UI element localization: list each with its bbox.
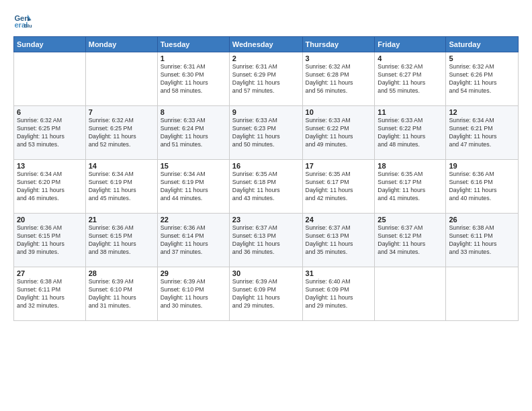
day-number: 14 — [89, 162, 154, 170]
day-number: 8 — [161, 108, 226, 116]
calendar-cell: 27Sunrise: 6:38 AM Sunset: 6:11 PM Dayli… — [14, 267, 86, 321]
calendar-cell: 12Sunrise: 6:34 AM Sunset: 6:21 PM Dayli… — [446, 106, 519, 160]
day-number: 6 — [17, 108, 83, 116]
day-info: Sunrise: 6:36 AM Sunset: 6:14 PM Dayligh… — [161, 224, 226, 257]
day-number: 20 — [17, 216, 83, 224]
day-number: 4 — [378, 54, 443, 62]
calendar-header-row: SundayMondayTuesdayWednesdayThursdayFrid… — [14, 37, 519, 52]
day-info: Sunrise: 6:35 AM Sunset: 6:17 PM Dayligh… — [306, 171, 372, 203]
day-info: Sunrise: 6:32 AM Sunset: 6:25 PM Dayligh… — [17, 117, 83, 149]
calendar-cell: 22Sunrise: 6:36 AM Sunset: 6:14 PM Dayli… — [157, 214, 229, 267]
calendar-cell: 23Sunrise: 6:37 AM Sunset: 6:13 PM Dayli… — [229, 214, 302, 267]
day-header-thursday: Thursday — [302, 37, 375, 52]
day-info: Sunrise: 6:37 AM Sunset: 6:13 PM Dayligh… — [232, 224, 300, 257]
calendar-cell: 19Sunrise: 6:36 AM Sunset: 6:16 PM Dayli… — [446, 160, 519, 214]
logo-icon: Gen eral Blue — [13, 11, 32, 30]
calendar-cell: 3Sunrise: 6:32 AM Sunset: 6:28 PM Daylig… — [302, 52, 375, 106]
calendar-cell: 2Sunrise: 6:31 AM Sunset: 6:29 PM Daylig… — [229, 52, 302, 106]
day-info: Sunrise: 6:32 AM Sunset: 6:26 PM Dayligh… — [449, 63, 515, 95]
day-number: 22 — [161, 216, 226, 224]
day-number: 2 — [232, 54, 300, 62]
day-info: Sunrise: 6:34 AM Sunset: 6:21 PM Dayligh… — [449, 117, 515, 149]
day-number: 26 — [449, 216, 515, 224]
day-info: Sunrise: 6:32 AM Sunset: 6:28 PM Dayligh… — [306, 63, 372, 95]
calendar-cell: 20Sunrise: 6:36 AM Sunset: 6:15 PM Dayli… — [14, 214, 86, 267]
calendar-cell: 26Sunrise: 6:38 AM Sunset: 6:11 PM Dayli… — [446, 214, 519, 267]
calendar-cell: 31Sunrise: 6:40 AM Sunset: 6:09 PM Dayli… — [302, 267, 375, 321]
day-header-tuesday: Tuesday — [157, 37, 229, 52]
day-header-sunday: Sunday — [14, 37, 86, 52]
day-number: 18 — [378, 162, 443, 170]
header: Gen eral Blue — [13, 11, 519, 30]
calendar-cell: 17Sunrise: 6:35 AM Sunset: 6:17 PM Dayli… — [302, 160, 375, 214]
day-info: Sunrise: 6:36 AM Sunset: 6:15 PM Dayligh… — [89, 224, 154, 257]
calendar-cell: 8Sunrise: 6:33 AM Sunset: 6:24 PM Daylig… — [157, 106, 229, 160]
calendar-week-2: 6Sunrise: 6:32 AM Sunset: 6:25 PM Daylig… — [14, 106, 519, 160]
calendar-cell — [446, 267, 519, 321]
calendar-cell: 21Sunrise: 6:36 AM Sunset: 6:15 PM Dayli… — [85, 214, 157, 267]
day-info: Sunrise: 6:34 AM Sunset: 6:20 PM Dayligh… — [17, 171, 83, 203]
calendar-week-4: 20Sunrise: 6:36 AM Sunset: 6:15 PM Dayli… — [14, 214, 519, 267]
calendar-week-3: 13Sunrise: 6:34 AM Sunset: 6:20 PM Dayli… — [14, 160, 519, 214]
calendar-cell: 28Sunrise: 6:39 AM Sunset: 6:10 PM Dayli… — [85, 267, 157, 321]
day-info: Sunrise: 6:33 AM Sunset: 6:24 PM Dayligh… — [161, 117, 226, 149]
day-info: Sunrise: 6:33 AM Sunset: 6:22 PM Dayligh… — [306, 117, 372, 149]
calendar-cell: 4Sunrise: 6:32 AM Sunset: 6:27 PM Daylig… — [375, 52, 446, 106]
calendar-cell — [375, 267, 446, 321]
day-header-monday: Monday — [85, 37, 157, 52]
day-info: Sunrise: 6:40 AM Sunset: 6:09 PM Dayligh… — [306, 278, 372, 310]
day-number: 21 — [89, 216, 154, 224]
calendar-cell: 7Sunrise: 6:32 AM Sunset: 6:25 PM Daylig… — [85, 106, 157, 160]
calendar-cell: 24Sunrise: 6:37 AM Sunset: 6:13 PM Dayli… — [302, 214, 375, 267]
day-info: Sunrise: 6:33 AM Sunset: 6:22 PM Dayligh… — [378, 117, 443, 149]
calendar-cell: 18Sunrise: 6:35 AM Sunset: 6:17 PM Dayli… — [375, 160, 446, 214]
calendar-page: Gen eral Blue SundayMondayTuesdayWednesd… — [0, 0, 532, 411]
day-info: Sunrise: 6:38 AM Sunset: 6:11 PM Dayligh… — [449, 224, 515, 257]
day-number: 28 — [89, 269, 154, 277]
day-info: Sunrise: 6:32 AM Sunset: 6:25 PM Dayligh… — [89, 117, 154, 149]
day-number: 25 — [378, 216, 443, 224]
day-info: Sunrise: 6:34 AM Sunset: 6:19 PM Dayligh… — [89, 171, 154, 203]
day-number: 1 — [161, 54, 226, 62]
logo: Gen eral Blue — [13, 11, 32, 30]
calendar-cell: 6Sunrise: 6:32 AM Sunset: 6:25 PM Daylig… — [14, 106, 86, 160]
calendar-cell: 29Sunrise: 6:39 AM Sunset: 6:10 PM Dayli… — [157, 267, 229, 321]
calendar-cell — [85, 52, 157, 106]
day-number: 19 — [449, 162, 515, 170]
day-info: Sunrise: 6:34 AM Sunset: 6:19 PM Dayligh… — [161, 171, 226, 203]
day-number: 27 — [17, 269, 83, 277]
day-info: Sunrise: 6:37 AM Sunset: 6:12 PM Dayligh… — [378, 224, 443, 257]
calendar-week-5: 27Sunrise: 6:38 AM Sunset: 6:11 PM Dayli… — [14, 267, 519, 321]
day-number: 5 — [449, 54, 515, 62]
day-header-friday: Friday — [375, 37, 446, 52]
day-info: Sunrise: 6:39 AM Sunset: 6:10 PM Dayligh… — [161, 278, 226, 310]
day-info: Sunrise: 6:39 AM Sunset: 6:10 PM Dayligh… — [89, 278, 154, 310]
day-number: 17 — [306, 162, 372, 170]
day-info: Sunrise: 6:33 AM Sunset: 6:23 PM Dayligh… — [232, 117, 300, 149]
calendar-cell: 14Sunrise: 6:34 AM Sunset: 6:19 PM Dayli… — [85, 160, 157, 214]
day-info: Sunrise: 6:35 AM Sunset: 6:17 PM Dayligh… — [378, 171, 443, 203]
day-number: 15 — [161, 162, 226, 170]
day-info: Sunrise: 6:38 AM Sunset: 6:11 PM Dayligh… — [17, 278, 83, 310]
calendar-cell: 5Sunrise: 6:32 AM Sunset: 6:26 PM Daylig… — [446, 52, 519, 106]
calendar-cell: 11Sunrise: 6:33 AM Sunset: 6:22 PM Dayli… — [375, 106, 446, 160]
calendar-cell: 30Sunrise: 6:39 AM Sunset: 6:09 PM Dayli… — [229, 267, 302, 321]
day-number: 23 — [232, 216, 300, 224]
day-number: 30 — [232, 269, 300, 277]
day-info: Sunrise: 6:35 AM Sunset: 6:18 PM Dayligh… — [232, 171, 300, 203]
day-number: 13 — [17, 162, 83, 170]
day-header-wednesday: Wednesday — [229, 37, 302, 52]
day-info: Sunrise: 6:31 AM Sunset: 6:29 PM Dayligh… — [232, 63, 300, 95]
day-number: 11 — [378, 108, 443, 116]
calendar-cell: 15Sunrise: 6:34 AM Sunset: 6:19 PM Dayli… — [157, 160, 229, 214]
calendar-cell: 16Sunrise: 6:35 AM Sunset: 6:18 PM Dayli… — [229, 160, 302, 214]
day-number: 9 — [232, 108, 300, 116]
day-number: 16 — [232, 162, 300, 170]
day-info: Sunrise: 6:37 AM Sunset: 6:13 PM Dayligh… — [306, 224, 372, 257]
day-number: 31 — [306, 269, 372, 277]
day-info: Sunrise: 6:32 AM Sunset: 6:27 PM Dayligh… — [378, 63, 443, 95]
calendar-table: SundayMondayTuesdayWednesdayThursdayFrid… — [13, 36, 519, 321]
day-info: Sunrise: 6:39 AM Sunset: 6:09 PM Dayligh… — [232, 278, 300, 310]
day-number: 12 — [449, 108, 515, 116]
day-header-saturday: Saturday — [446, 37, 519, 52]
